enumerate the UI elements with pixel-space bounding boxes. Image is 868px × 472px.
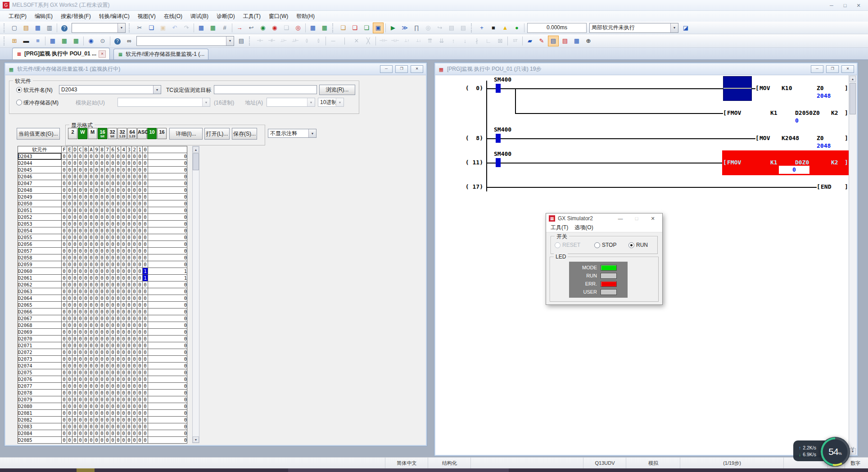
bit-cell[interactable]: 0 bbox=[72, 180, 78, 187]
device-cell[interactable]: D2059 bbox=[18, 261, 62, 268]
pulse-open-contact-icon[interactable]: ⊣↑⊢ bbox=[378, 36, 389, 46]
bit-cell[interactable]: 0 bbox=[121, 180, 127, 187]
stop-simulation-icon[interactable]: ■ bbox=[488, 23, 499, 33]
bit-cell[interactable]: 0 bbox=[67, 356, 72, 363]
chevron-down-icon[interactable]: ▼ bbox=[153, 86, 161, 94]
bit-cell[interactable]: 0 bbox=[83, 227, 89, 234]
break-clear-icon[interactable]: ▤ bbox=[458, 23, 469, 33]
instruction-text[interactable]: FMOV bbox=[727, 109, 741, 117]
bit-cell[interactable]: 0 bbox=[110, 173, 116, 180]
menu-tools[interactable]: 工具(T) bbox=[548, 223, 571, 232]
buffer-memory-radio[interactable] bbox=[16, 100, 22, 105]
bit-cell[interactable]: 0 bbox=[110, 268, 116, 275]
verify-with-plc-icon[interactable]: ◉ bbox=[258, 23, 268, 33]
bit-cell[interactable]: 0 bbox=[116, 383, 121, 390]
maximize-button[interactable]: □ bbox=[630, 216, 643, 221]
value-cell[interactable]: 0 bbox=[148, 356, 187, 363]
bit-cell[interactable]: 0 bbox=[105, 342, 110, 349]
bit-cell[interactable]: 0 bbox=[105, 329, 110, 336]
pulse-close-contact-icon[interactable]: ⊣↓⊢ bbox=[389, 36, 400, 46]
instruction-text[interactable]: ] bbox=[845, 159, 848, 167]
device-cell[interactable]: D2047 bbox=[18, 180, 62, 187]
bit-cell[interactable]: 0 bbox=[83, 315, 89, 322]
bit-cell[interactable]: 0 bbox=[132, 437, 137, 444]
bit-cell[interactable]: 0 bbox=[89, 376, 94, 383]
cross-reference-icon[interactable]: ▦ bbox=[47, 36, 58, 46]
bit-cell[interactable]: 0 bbox=[105, 214, 110, 221]
format-32bit-button[interactable]: 32bit bbox=[108, 128, 117, 139]
bit-cell[interactable]: 0 bbox=[78, 417, 83, 423]
bit-cell[interactable]: 0 bbox=[94, 390, 99, 396]
tab-close-icon[interactable]: ✕ bbox=[99, 50, 106, 58]
bit-cell[interactable]: 0 bbox=[121, 200, 127, 207]
bit-cell[interactable]: 0 bbox=[127, 329, 132, 336]
bit-cell[interactable]: 0 bbox=[99, 315, 105, 322]
bit-cell[interactable]: 0 bbox=[127, 261, 132, 268]
bit-cell[interactable]: 0 bbox=[137, 295, 143, 302]
bit-cell[interactable]: 0 bbox=[62, 288, 67, 295]
bit-cell[interactable]: 0 bbox=[99, 390, 105, 396]
bit-cell[interactable]: 0 bbox=[83, 200, 89, 207]
bit-cell[interactable]: 0 bbox=[137, 254, 143, 261]
bit-cell[interactable]: 0 bbox=[94, 417, 99, 423]
bit-cell[interactable]: 0 bbox=[110, 356, 116, 363]
bit-cell[interactable]: 0 bbox=[89, 369, 94, 376]
device-cell[interactable]: D2076 bbox=[18, 376, 62, 383]
application-instruction-icon[interactable]: {} bbox=[313, 36, 324, 46]
bit-cell[interactable]: 0 bbox=[78, 173, 83, 180]
bit-cell[interactable]: 0 bbox=[78, 396, 83, 403]
bit-cell[interactable]: 0 bbox=[72, 241, 78, 248]
bit-cell[interactable]: 0 bbox=[105, 187, 110, 194]
skip-run-icon[interactable]: ◎ bbox=[423, 23, 434, 33]
browse-button[interactable]: 浏览(R)... bbox=[319, 85, 355, 95]
bit-cell[interactable]: 0 bbox=[132, 369, 137, 376]
bit-cell[interactable]: 0 bbox=[89, 221, 94, 227]
bit-cell[interactable]: 0 bbox=[116, 194, 121, 200]
bit-cell[interactable]: 0 bbox=[62, 356, 67, 363]
jump-back-icon[interactable]: ❏ bbox=[338, 23, 348, 33]
bit-cell[interactable]: 0 bbox=[99, 423, 105, 430]
bit-cell[interactable]: 0 bbox=[132, 160, 137, 167]
device-cell[interactable]: D2045 bbox=[18, 167, 62, 173]
bit-cell[interactable]: 0 bbox=[127, 153, 132, 160]
bit-cell[interactable]: 0 bbox=[132, 336, 137, 342]
radio-reset[interactable]: RESET bbox=[555, 242, 580, 248]
bit-cell[interactable]: 0 bbox=[72, 349, 78, 356]
device-cell[interactable]: D2080 bbox=[18, 403, 62, 410]
bit-cell[interactable]: 0 bbox=[89, 315, 94, 322]
bit-cell[interactable]: 0 bbox=[83, 214, 89, 221]
break-setting-icon[interactable]: ▤ bbox=[446, 23, 457, 33]
bit-cell[interactable]: 0 bbox=[143, 430, 148, 437]
bit-cell[interactable]: 0 bbox=[132, 349, 137, 356]
bit-cell[interactable]: 0 bbox=[105, 396, 110, 403]
bit-cell[interactable]: 0 bbox=[105, 363, 110, 369]
instruction-text[interactable]: ] bbox=[845, 134, 848, 142]
bit-cell[interactable]: 0 bbox=[121, 268, 127, 275]
format-dec-button[interactable]: 10 bbox=[147, 128, 157, 139]
bit-cell[interactable]: 0 bbox=[105, 390, 110, 396]
bit-cell[interactable]: 0 bbox=[83, 302, 89, 309]
bit-cell[interactable]: 0 bbox=[78, 268, 83, 275]
bit-cell[interactable]: 0 bbox=[67, 369, 72, 376]
window-minimize-button[interactable]: ─ bbox=[380, 65, 393, 73]
bit-cell[interactable]: 0 bbox=[116, 261, 121, 268]
run-to-cursor-icon[interactable]: ↪ bbox=[434, 23, 445, 33]
value-cell[interactable]: 0 bbox=[148, 221, 187, 227]
bit-cell[interactable]: 0 bbox=[137, 275, 143, 281]
bit-cell[interactable]: 0 bbox=[89, 437, 94, 444]
bit-cell[interactable]: 0 bbox=[143, 234, 148, 241]
bit-cell[interactable]: 0 bbox=[99, 207, 105, 214]
bit-cell[interactable]: 0 bbox=[72, 417, 78, 423]
bit-cell[interactable]: 0 bbox=[116, 349, 121, 356]
value-cell[interactable]: 0 bbox=[148, 261, 187, 268]
bit-cell[interactable]: 0 bbox=[127, 363, 132, 369]
bit-cell[interactable]: 0 bbox=[105, 153, 110, 160]
device-cell[interactable]: D2054 bbox=[18, 227, 62, 234]
bit-cell[interactable]: 0 bbox=[132, 194, 137, 200]
bit-cell[interactable]: 0 bbox=[67, 261, 72, 268]
bit-cell[interactable]: 0 bbox=[110, 281, 116, 288]
value-cell[interactable]: 0 bbox=[148, 167, 187, 173]
bit-cell[interactable]: 0 bbox=[72, 396, 78, 403]
bit-cell[interactable]: 0 bbox=[143, 160, 148, 167]
bit-cell[interactable]: 0 bbox=[105, 268, 110, 275]
